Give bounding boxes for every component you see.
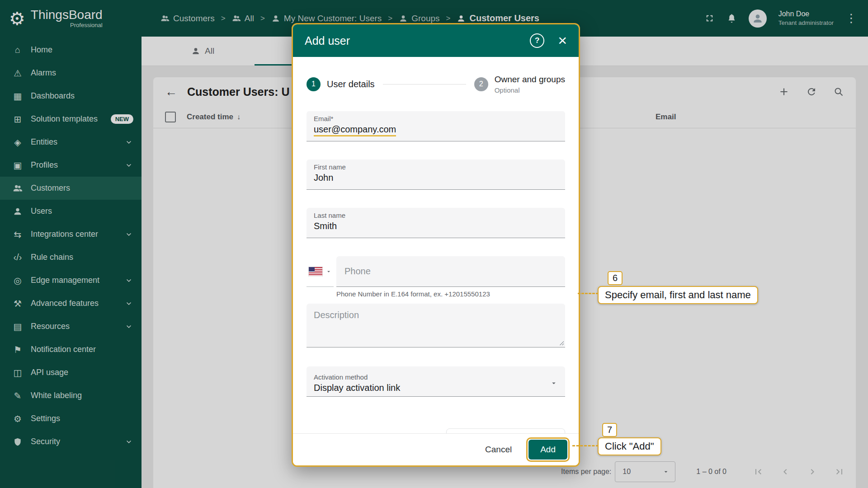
country-select[interactable] — [307, 256, 334, 287]
annotation-step-7-number: 7 — [602, 423, 617, 437]
annotation-step-7-label: Click "Add" — [598, 437, 661, 455]
dialog-header: Add user ? × — [293, 24, 579, 57]
email-label: Email* — [314, 115, 558, 122]
next-row: Next: Owner and groups — [307, 428, 565, 433]
us-flag-icon — [309, 267, 322, 276]
step-2-circle: 2 — [474, 77, 488, 91]
last-name-value: Smith — [314, 221, 558, 231]
last-name-field[interactable]: Last name Smith — [307, 208, 565, 238]
phone-row — [307, 256, 565, 287]
stepper: 1 User details 2 Owner and groups Option… — [307, 72, 565, 96]
step-1-label: User details — [327, 79, 375, 89]
step-2[interactable]: 2 Owner and groups Optional — [474, 75, 565, 94]
chevron-down-icon — [550, 379, 558, 387]
dialog-body: 1 User details 2 Owner and groups Option… — [293, 57, 579, 433]
add-button[interactable]: Add — [528, 440, 567, 460]
app-root: ⚙ ThingsBoard Professional ⌂ Home ⚠ Alar… — [0, 0, 868, 488]
add-user-dialog: Add user ? × 1 User details 2 Owner and … — [292, 23, 580, 467]
dialog-title: Add user — [305, 34, 530, 47]
activation-method-value: Display activation link — [314, 383, 400, 393]
cancel-button[interactable]: Cancel — [476, 440, 521, 459]
add-button-highlight-ring: Add — [526, 437, 570, 462]
stepper-connector — [383, 84, 466, 84]
dialog-footer: Cancel Add — [293, 433, 579, 465]
description-input[interactable] — [307, 304, 579, 360]
annotation-step-7-connector — [572, 445, 599, 446]
chevron-down-icon — [326, 268, 332, 275]
email-field[interactable]: Email* user@company.com — [307, 111, 565, 141]
next-owner-groups-button[interactable]: Next: Owner and groups — [446, 428, 565, 433]
close-icon[interactable]: × — [558, 34, 567, 47]
activation-method-label: Activation method — [314, 373, 400, 381]
last-name-label: Last name — [314, 211, 558, 219]
phone-input[interactable] — [344, 266, 558, 277]
annotation-step-6-label: Specify email, first and last name — [598, 286, 758, 304]
first-name-value: John — [314, 173, 558, 183]
phone-field[interactable] — [336, 256, 565, 287]
email-value: user@company.com — [314, 124, 396, 136]
phone-hint: Phone Number in E.164 format, ex. +12015… — [336, 290, 565, 298]
first-name-field[interactable]: First name John — [307, 160, 565, 190]
step-1-circle[interactable]: 1 — [307, 77, 321, 91]
annotation-step-6-number: 6 — [608, 271, 623, 285]
annotation-step-6-connector — [578, 293, 599, 294]
description-field[interactable] — [307, 304, 565, 347]
help-icon[interactable]: ? — [530, 33, 544, 48]
step-2-label: Owner and groups — [495, 75, 565, 84]
first-name-label: First name — [314, 163, 558, 171]
step-2-sublabel: Optional — [495, 86, 565, 94]
activation-method-select[interactable]: Activation method Display activation lin… — [307, 366, 565, 397]
